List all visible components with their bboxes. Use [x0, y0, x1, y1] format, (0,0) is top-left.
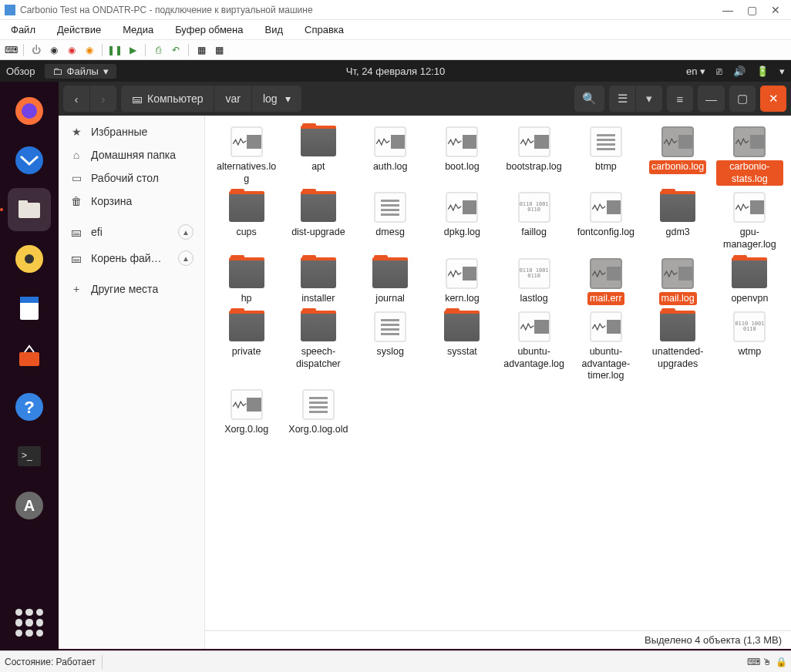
- vm-icon: [5, 5, 15, 15]
- file-item[interactable]: installer: [283, 257, 353, 307]
- file-item[interactable]: gdm3: [643, 190, 713, 253]
- file-item[interactable]: carbonio.log: [643, 125, 713, 187]
- hv-share-button[interactable]: ▦: [211, 42, 227, 58]
- hv-revert-button[interactable]: ↶: [168, 42, 183, 58]
- dock-firefox[interactable]: [8, 89, 51, 133]
- sidebar-other-places[interactable]: +Другие места: [59, 277, 204, 301]
- file-item[interactable]: unattended-upgrades: [643, 310, 713, 385]
- hv-ctrl-alt-del-button[interactable]: ⌨: [3, 42, 19, 58]
- dock-help[interactable]: ?: [8, 385, 51, 428]
- file-item[interactable]: speech-dispatcher: [283, 310, 353, 385]
- dock-thunderbird[interactable]: [8, 139, 51, 182]
- hv-menu-media[interactable]: Медиа: [123, 24, 153, 35]
- window-minimize-button[interactable]: —: [698, 86, 725, 112]
- hv-close-button[interactable]: ✕: [771, 4, 780, 16]
- file-item[interactable]: mail.log: [643, 257, 713, 307]
- file-item[interactable]: private: [211, 310, 281, 385]
- hv-menu-action[interactable]: Действие: [57, 24, 101, 35]
- hv-shutdown-button[interactable]: ◉: [64, 42, 79, 58]
- hv-turnoff-button[interactable]: ◉: [46, 42, 62, 58]
- hv-menu-clipboard[interactable]: Буфер обмена: [175, 24, 243, 35]
- path-root[interactable]: 🖴Компьютер: [121, 86, 214, 112]
- file-item[interactable]: mail.err: [571, 257, 641, 307]
- file-item[interactable]: dist-upgrade: [283, 190, 353, 253]
- log-file-icon: [372, 126, 409, 157]
- hv-menu-file[interactable]: Файл: [11, 24, 35, 35]
- file-item[interactable]: 0110 1001 0110wtmp: [715, 310, 785, 385]
- file-item[interactable]: gpu-manager.log: [715, 190, 785, 253]
- dock-terminal[interactable]: >_: [8, 435, 51, 478]
- dock-writer[interactable]: [8, 287, 51, 330]
- dock-rhythmbox[interactable]: [8, 237, 51, 281]
- file-item[interactable]: btmp: [571, 125, 641, 187]
- log-file-icon: [659, 126, 696, 157]
- sidebar-root-fs[interactable]: 🖴Корень фай…▲: [59, 245, 204, 271]
- hamburger-menu-button[interactable]: ≡: [667, 86, 693, 112]
- dock-updater[interactable]: A: [8, 484, 51, 527]
- binary-file-icon: 0110 1001 0110: [516, 258, 553, 289]
- sidebar-favorites[interactable]: ★Избранные: [59, 120, 204, 143]
- eject-icon[interactable]: ▲: [178, 250, 194, 266]
- sidebar-desktop[interactable]: ▭Рабочий стол: [59, 166, 204, 190]
- view-dropdown-button[interactable]: ▾: [636, 86, 662, 112]
- chevron-down-icon[interactable]: ▾: [779, 66, 785, 77]
- file-item[interactable]: bootstrap.log: [499, 125, 569, 187]
- desktop-icon: ▭: [69, 172, 83, 184]
- dock-software[interactable]: [8, 336, 51, 379]
- hv-reset-button[interactable]: ▶: [125, 42, 140, 58]
- file-item[interactable]: Xorg.0.log.old: [283, 388, 353, 438]
- file-item[interactable]: ubuntu-advantage.log: [499, 310, 569, 385]
- volume-icon[interactable]: 🔊: [733, 66, 746, 77]
- file-item[interactable]: auth.log: [355, 125, 426, 187]
- file-item[interactable]: ubuntu-advantage-timer.log: [571, 310, 641, 385]
- sidebar-home[interactable]: ⌂Домашняя папка: [59, 143, 204, 166]
- file-item[interactable]: 0110 1001 0110faillog: [499, 190, 569, 253]
- path-var[interactable]: var: [214, 86, 251, 112]
- file-item[interactable]: kern.log: [427, 257, 497, 307]
- file-item[interactable]: openvpn: [715, 257, 785, 307]
- sidebar-efi[interactable]: 🖴efi▲: [59, 219, 204, 245]
- view-list-button[interactable]: ☰: [609, 86, 635, 112]
- file-label: boot.log: [443, 160, 481, 174]
- window-maximize-button[interactable]: ▢: [729, 86, 756, 112]
- eject-icon[interactable]: ▲: [178, 224, 194, 240]
- overview-button[interactable]: Обзор: [6, 66, 35, 77]
- hv-minimize-button[interactable]: —: [722, 4, 733, 16]
- hv-pause-button[interactable]: ❚❚: [107, 42, 123, 58]
- file-item[interactable]: cups: [211, 190, 281, 253]
- sidebar-trash[interactable]: 🗑Корзина: [59, 190, 204, 213]
- file-item[interactable]: sysstat: [427, 310, 497, 385]
- file-item[interactable]: carbonio-stats.log: [715, 125, 785, 187]
- appmenu-files[interactable]: 🗀 Файлы ▾: [45, 64, 116, 79]
- dock-files[interactable]: [8, 188, 51, 231]
- file-item[interactable]: apt: [283, 125, 353, 187]
- hv-enhanced-button[interactable]: ▦: [194, 42, 209, 58]
- nav-back-button[interactable]: ‹: [63, 86, 89, 112]
- file-item[interactable]: hp: [211, 257, 281, 307]
- file-item[interactable]: fontconfig.log: [571, 190, 641, 253]
- file-item[interactable]: journal: [355, 257, 426, 307]
- lang-indicator[interactable]: en ▾: [686, 66, 705, 77]
- hv-menu-view[interactable]: Вид: [264, 24, 283, 35]
- dock-show-apps[interactable]: [12, 606, 46, 640]
- hv-menu-help[interactable]: Справка: [305, 24, 344, 35]
- path-log[interactable]: log▾: [252, 86, 301, 112]
- hv-checkpoint-button[interactable]: ⎙: [150, 42, 166, 58]
- file-item[interactable]: syslog: [355, 310, 426, 385]
- search-button[interactable]: 🔍: [574, 86, 604, 112]
- file-item[interactable]: alternatives.log: [211, 125, 281, 187]
- file-item[interactable]: dmesg: [355, 190, 426, 253]
- nav-forward-button[interactable]: ›: [90, 86, 116, 112]
- window-close-button[interactable]: ✕: [760, 86, 786, 112]
- file-item[interactable]: 0110 1001 0110lastlog: [499, 257, 569, 307]
- hv-maximize-button[interactable]: ▢: [747, 4, 757, 16]
- file-item[interactable]: dpkg.log: [427, 190, 497, 253]
- hv-save-button[interactable]: ◉: [82, 42, 97, 58]
- file-item[interactable]: boot.log: [427, 125, 497, 187]
- hv-start-button[interactable]: ⏻: [29, 42, 44, 58]
- battery-icon[interactable]: 🔋: [756, 66, 769, 77]
- clock[interactable]: Чт, 24 февраля 12:10: [346, 66, 446, 77]
- file-label: speech-dispatcher: [284, 345, 352, 371]
- file-item[interactable]: Xorg.0.log: [211, 388, 281, 438]
- network-icon[interactable]: ⎚: [716, 66, 722, 77]
